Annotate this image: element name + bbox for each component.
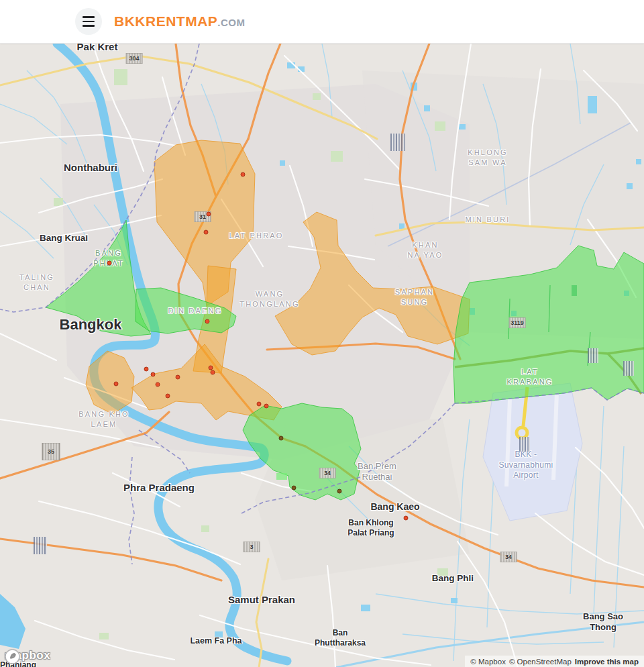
- map-attribution: © Mapbox © OpenStreetMap Improve this ma…: [465, 656, 644, 667]
- hamburger-icon: [83, 16, 95, 18]
- mapbox-attribution-link[interactable]: © Mapbox: [470, 658, 506, 666]
- map-canvas[interactable]: Pak KretNonthaburiBang KruaiBangkokPhra …: [0, 44, 644, 667]
- hamburger-menu-button[interactable]: [75, 8, 102, 35]
- mapbox-logo-icon: [5, 649, 20, 664]
- improve-map-link[interactable]: Improve this map: [575, 658, 639, 666]
- map-base-layer: [0, 44, 644, 667]
- brand-tld: .COM: [217, 17, 245, 28]
- brand-name: BKKRENTMAP: [114, 13, 217, 30]
- osm-attribution-link[interactable]: © OpenStreetMap: [509, 658, 572, 666]
- app-header: BKKRENTMAP .COM: [0, 0, 644, 44]
- mapbox-logo[interactable]: mapbox: [5, 649, 50, 662]
- site-logo[interactable]: BKKRENTMAP .COM: [114, 13, 246, 30]
